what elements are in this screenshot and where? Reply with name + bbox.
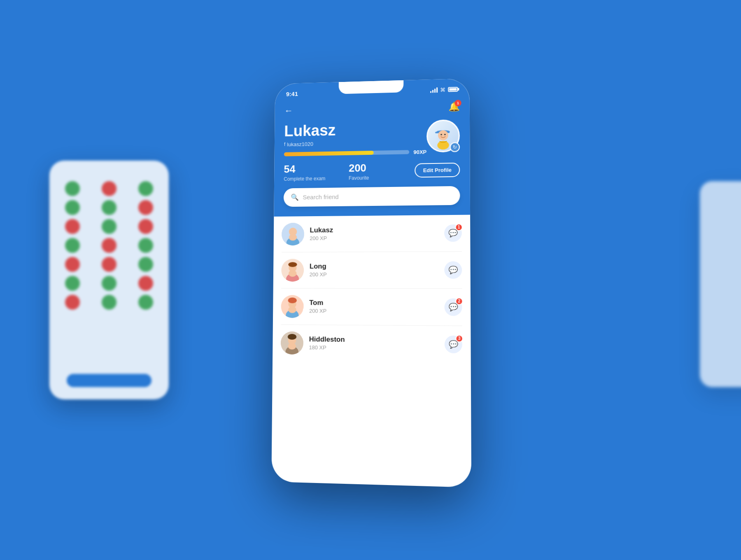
friend-info: Tom 200 XP xyxy=(309,299,438,315)
dots-grid xyxy=(56,181,162,310)
battery-icon xyxy=(448,87,458,92)
friend-info: Hiddleston 180 XP xyxy=(309,336,439,352)
chat-button[interactable]: 💬 xyxy=(444,261,462,278)
dot xyxy=(138,219,153,234)
list-item: Long 200 XP 💬 xyxy=(281,252,462,289)
dot xyxy=(102,257,117,272)
dot xyxy=(102,238,117,253)
dot xyxy=(65,276,80,291)
stat-label-exams: Complete the exam xyxy=(284,175,349,182)
friend-xp: 200 XP xyxy=(310,235,438,242)
svg-rect-2 xyxy=(435,132,438,133)
bar3 xyxy=(434,89,436,93)
search-icon: 🔍 xyxy=(291,194,299,201)
friend-avatar-svg xyxy=(281,259,304,281)
stat-complete-exam: 54 Complete the exam xyxy=(284,162,349,182)
bg-phone-right xyxy=(700,181,741,387)
main-phone: 9:41 ⌘ ← 🔔 1 Lukasz xyxy=(271,78,471,487)
friend-avatar xyxy=(282,223,304,245)
svg-point-15 xyxy=(288,262,297,267)
dot xyxy=(138,181,153,196)
bell-wrapper: 🔔 1 xyxy=(448,101,459,112)
chat-badge: 1 xyxy=(455,224,462,231)
svg-point-20 xyxy=(288,297,297,303)
friend-avatar xyxy=(281,295,304,318)
dot xyxy=(102,295,117,310)
svg-point-14 xyxy=(289,270,297,277)
chat-badge: 2 xyxy=(455,297,463,305)
refresh-icon: ↻ xyxy=(453,144,457,150)
friend-name: Tom xyxy=(309,299,438,308)
friend-avatar-svg xyxy=(282,223,304,245)
chat-bubble-wrapper: 💬 3 xyxy=(445,336,462,353)
list-item: Lukasz 200 XP 💬 1 xyxy=(282,215,462,252)
avatar-refresh-button[interactable]: ↻ xyxy=(450,142,460,152)
chat-icon: 💬 xyxy=(449,265,458,274)
friend-name: Lukasz xyxy=(310,226,438,235)
friends-list: Lukasz 200 XP 💬 1 xyxy=(273,215,471,363)
chat-badge: 3 xyxy=(455,335,463,343)
bg-blue-bar xyxy=(67,374,151,387)
xp-bar-row: 90XP xyxy=(284,149,427,157)
dot xyxy=(138,238,153,253)
friend-info: Long 200 XP xyxy=(310,262,438,278)
bar2 xyxy=(432,90,433,93)
dot xyxy=(138,257,153,272)
profile-username: f lukasz1020 xyxy=(284,139,426,147)
bar1 xyxy=(430,91,431,93)
profile-name: Lukasz xyxy=(284,120,426,140)
friend-xp: 200 XP xyxy=(310,271,438,278)
profile-info: Lukasz f lukasz1020 90XP xyxy=(284,120,427,158)
bar4 xyxy=(436,87,438,93)
list-item: Tom 200 XP 💬 2 xyxy=(281,289,462,326)
friend-avatar xyxy=(281,259,304,281)
stat-favourite: 200 Favourite xyxy=(349,161,415,181)
dot xyxy=(65,200,80,215)
profile-row: Lukasz f lukasz1020 90XP xyxy=(284,119,460,158)
dot xyxy=(65,219,80,234)
friend-avatar-svg xyxy=(281,331,303,355)
header-top: ← 🔔 1 xyxy=(284,101,460,116)
chat-bubble-wrapper: 💬 xyxy=(444,261,462,278)
status-icons: ⌘ xyxy=(430,86,458,93)
friend-name: Long xyxy=(310,262,438,271)
friend-name: Hiddleston xyxy=(309,336,439,345)
facebook-icon: f xyxy=(284,142,285,147)
chat-bubble-wrapper: 💬 2 xyxy=(445,298,462,316)
stats-row: 54 Complete the exam 200 Favourite Edit … xyxy=(284,160,460,182)
friend-info: Lukasz 200 XP xyxy=(310,226,438,242)
dot xyxy=(138,295,153,310)
search-placeholder: Search friend xyxy=(303,194,338,201)
friend-avatar-svg xyxy=(281,295,304,318)
chat-bubble-wrapper: 💬 1 xyxy=(444,224,462,242)
dot xyxy=(102,219,117,234)
dot xyxy=(65,295,80,310)
search-bar[interactable]: 🔍 Search friend xyxy=(284,186,460,207)
xp-bar-fill xyxy=(284,151,374,156)
notch xyxy=(339,80,404,94)
xp-bar-track xyxy=(284,150,410,156)
dot xyxy=(102,276,117,291)
list-item: Hiddleston 180 XP 💬 3 xyxy=(281,325,463,363)
status-time: 9:41 xyxy=(286,90,298,97)
back-button[interactable]: ← xyxy=(284,105,293,116)
dot xyxy=(65,181,80,196)
dot xyxy=(138,200,153,215)
friend-avatar xyxy=(281,331,303,355)
username-text: lukasz1020 xyxy=(287,141,313,147)
friend-xp: 200 XP xyxy=(309,308,438,315)
edit-profile-button[interactable]: Edit Profile xyxy=(415,163,460,177)
dot xyxy=(102,181,117,196)
friend-xp: 180 XP xyxy=(309,345,439,352)
signal-bars-icon xyxy=(430,87,438,93)
dot xyxy=(102,200,117,215)
phone-header: ← 🔔 1 Lukasz f lukasz1020 90XP xyxy=(274,96,470,217)
stat-number-exams: 54 xyxy=(284,162,349,175)
avatar-wrapper: ↻ xyxy=(426,119,460,153)
stat-label-fav: Favourite xyxy=(349,174,415,181)
svg-point-19 xyxy=(288,306,296,313)
bell-badge: 1 xyxy=(454,100,461,106)
xp-label: 90XP xyxy=(413,149,426,155)
bg-phone-left xyxy=(49,161,169,399)
stat-number-fav: 200 xyxy=(349,161,415,175)
